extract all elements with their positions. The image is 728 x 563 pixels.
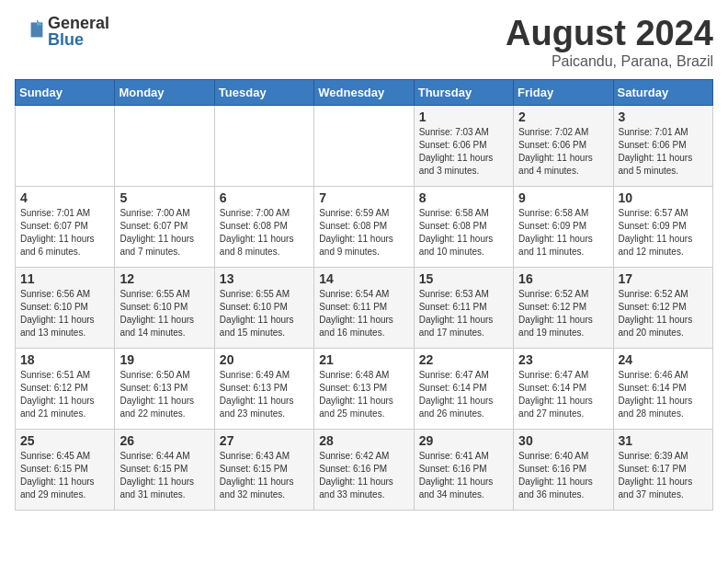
day-cell: 13Sunrise: 6:55 AM Sunset: 6:10 PM Dayli… xyxy=(214,267,313,348)
day-cell: 21Sunrise: 6:48 AM Sunset: 6:13 PM Dayli… xyxy=(314,348,414,429)
day-number: 23 xyxy=(518,352,608,367)
day-cell xyxy=(16,105,115,186)
title-block: August 2024 Paicandu, Parana, Brazil xyxy=(506,15,713,70)
day-info: Sunrise: 6:41 AM Sunset: 6:16 PM Dayligh… xyxy=(419,450,508,501)
day-info: Sunrise: 7:01 AM Sunset: 6:06 PM Dayligh… xyxy=(619,126,708,178)
day-info: Sunrise: 7:03 AM Sunset: 6:06 PM Dayligh… xyxy=(419,126,508,178)
day-number: 18 xyxy=(20,352,109,367)
logo: General Blue xyxy=(15,15,109,48)
day-number: 27 xyxy=(220,433,309,448)
day-header-tuesday: Tuesday xyxy=(214,79,313,105)
day-cell: 28Sunrise: 6:42 AM Sunset: 6:16 PM Dayli… xyxy=(314,429,414,510)
day-number: 10 xyxy=(619,190,708,205)
day-info: Sunrise: 6:55 AM Sunset: 6:10 PM Dayligh… xyxy=(119,288,209,339)
day-header-wednesday: Wednesday xyxy=(314,79,414,105)
day-number: 15 xyxy=(419,271,508,286)
day-cell: 5Sunrise: 7:00 AM Sunset: 6:07 PM Daylig… xyxy=(115,186,214,267)
day-number: 4 xyxy=(20,190,109,205)
day-cell: 30Sunrise: 6:40 AM Sunset: 6:16 PM Dayli… xyxy=(514,429,613,510)
day-number: 25 xyxy=(20,433,109,448)
week-row-1: 1Sunrise: 7:03 AM Sunset: 6:06 PM Daylig… xyxy=(16,105,713,186)
day-info: Sunrise: 6:58 AM Sunset: 6:09 PM Dayligh… xyxy=(518,207,608,259)
day-cell xyxy=(314,105,414,186)
day-info: Sunrise: 6:57 AM Sunset: 6:09 PM Dayligh… xyxy=(619,207,708,259)
day-header-monday: Monday xyxy=(115,79,214,105)
day-info: Sunrise: 7:00 AM Sunset: 6:07 PM Dayligh… xyxy=(119,207,209,259)
day-cell: 8Sunrise: 6:58 AM Sunset: 6:08 PM Daylig… xyxy=(414,186,513,267)
week-row-3: 11Sunrise: 6:56 AM Sunset: 6:10 PM Dayli… xyxy=(16,267,713,348)
day-info: Sunrise: 6:42 AM Sunset: 6:16 PM Dayligh… xyxy=(319,450,408,501)
day-cell: 10Sunrise: 6:57 AM Sunset: 6:09 PM Dayli… xyxy=(613,186,712,267)
day-info: Sunrise: 6:45 AM Sunset: 6:15 PM Dayligh… xyxy=(20,450,109,501)
calendar-subtitle: Paicandu, Parana, Brazil xyxy=(506,53,713,70)
day-info: Sunrise: 6:52 AM Sunset: 6:12 PM Dayligh… xyxy=(518,288,608,339)
day-number: 9 xyxy=(518,190,608,205)
day-cell: 3Sunrise: 7:01 AM Sunset: 6:06 PM Daylig… xyxy=(613,105,712,186)
day-number: 21 xyxy=(319,352,408,367)
day-number: 2 xyxy=(518,109,608,124)
day-number: 26 xyxy=(119,433,209,448)
day-number: 30 xyxy=(518,433,608,448)
day-info: Sunrise: 6:47 AM Sunset: 6:14 PM Dayligh… xyxy=(419,369,508,420)
day-info: Sunrise: 6:49 AM Sunset: 6:13 PM Dayligh… xyxy=(220,369,309,420)
day-number: 8 xyxy=(419,190,508,205)
day-number: 1 xyxy=(419,109,508,124)
day-cell: 17Sunrise: 6:52 AM Sunset: 6:12 PM Dayli… xyxy=(613,267,712,348)
day-info: Sunrise: 6:46 AM Sunset: 6:14 PM Dayligh… xyxy=(619,369,708,420)
day-cell xyxy=(115,105,214,186)
day-cell: 15Sunrise: 6:53 AM Sunset: 6:11 PM Dayli… xyxy=(414,267,513,348)
day-number: 22 xyxy=(419,352,508,367)
day-cell: 7Sunrise: 6:59 AM Sunset: 6:08 PM Daylig… xyxy=(314,186,414,267)
day-number: 6 xyxy=(220,190,309,205)
day-cell: 6Sunrise: 7:00 AM Sunset: 6:08 PM Daylig… xyxy=(214,186,313,267)
day-header-friday: Friday xyxy=(514,79,613,105)
day-number: 3 xyxy=(619,109,708,124)
day-header-sunday: Sunday xyxy=(16,79,115,105)
day-cell: 25Sunrise: 6:45 AM Sunset: 6:15 PM Dayli… xyxy=(16,429,115,510)
day-cell: 22Sunrise: 6:47 AM Sunset: 6:14 PM Dayli… xyxy=(414,348,513,429)
day-cell: 2Sunrise: 7:02 AM Sunset: 6:06 PM Daylig… xyxy=(514,105,613,186)
day-cell: 24Sunrise: 6:46 AM Sunset: 6:14 PM Dayli… xyxy=(613,348,712,429)
day-cell: 11Sunrise: 6:56 AM Sunset: 6:10 PM Dayli… xyxy=(16,267,115,348)
day-cell: 26Sunrise: 6:44 AM Sunset: 6:15 PM Dayli… xyxy=(115,429,214,510)
day-info: Sunrise: 7:00 AM Sunset: 6:08 PM Dayligh… xyxy=(220,207,309,259)
day-cell: 9Sunrise: 6:58 AM Sunset: 6:09 PM Daylig… xyxy=(514,186,613,267)
day-number: 11 xyxy=(20,271,109,286)
day-cell: 14Sunrise: 6:54 AM Sunset: 6:11 PM Dayli… xyxy=(314,267,414,348)
day-cell: 19Sunrise: 6:50 AM Sunset: 6:13 PM Dayli… xyxy=(115,348,214,429)
day-number: 13 xyxy=(220,271,309,286)
day-info: Sunrise: 6:44 AM Sunset: 6:15 PM Dayligh… xyxy=(119,450,209,501)
day-cell: 29Sunrise: 6:41 AM Sunset: 6:16 PM Dayli… xyxy=(414,429,513,510)
day-number: 24 xyxy=(619,352,708,367)
day-header-thursday: Thursday xyxy=(414,79,513,105)
day-info: Sunrise: 6:54 AM Sunset: 6:11 PM Dayligh… xyxy=(319,288,408,339)
day-info: Sunrise: 6:39 AM Sunset: 6:17 PM Dayligh… xyxy=(619,450,708,501)
day-number: 19 xyxy=(119,352,209,367)
day-cell: 31Sunrise: 6:39 AM Sunset: 6:17 PM Dayli… xyxy=(613,429,712,510)
day-info: Sunrise: 6:58 AM Sunset: 6:08 PM Dayligh… xyxy=(419,207,508,259)
day-info: Sunrise: 7:01 AM Sunset: 6:07 PM Dayligh… xyxy=(20,207,109,259)
day-cell: 1Sunrise: 7:03 AM Sunset: 6:06 PM Daylig… xyxy=(414,105,513,186)
logo-icon xyxy=(15,17,44,46)
day-info: Sunrise: 6:59 AM Sunset: 6:08 PM Dayligh… xyxy=(319,207,408,259)
page-header: General Blue August 2024 Paicandu, Paran… xyxy=(15,15,713,70)
day-info: Sunrise: 6:55 AM Sunset: 6:10 PM Dayligh… xyxy=(220,288,309,339)
day-info: Sunrise: 6:51 AM Sunset: 6:12 PM Dayligh… xyxy=(20,369,109,420)
calendar-table: SundayMondayTuesdayWednesdayThursdayFrid… xyxy=(15,79,713,511)
day-info: Sunrise: 6:53 AM Sunset: 6:11 PM Dayligh… xyxy=(419,288,508,339)
day-info: Sunrise: 6:48 AM Sunset: 6:13 PM Dayligh… xyxy=(319,369,408,420)
day-number: 12 xyxy=(119,271,209,286)
day-cell xyxy=(214,105,313,186)
day-number: 5 xyxy=(119,190,209,205)
week-row-5: 25Sunrise: 6:45 AM Sunset: 6:15 PM Dayli… xyxy=(16,429,713,510)
day-info: Sunrise: 6:50 AM Sunset: 6:13 PM Dayligh… xyxy=(119,369,209,420)
day-number: 7 xyxy=(319,190,408,205)
day-number: 14 xyxy=(319,271,408,286)
logo-text: General Blue xyxy=(48,15,109,48)
day-number: 17 xyxy=(619,271,708,286)
day-info: Sunrise: 6:56 AM Sunset: 6:10 PM Dayligh… xyxy=(20,288,109,339)
day-number: 20 xyxy=(220,352,309,367)
day-info: Sunrise: 6:47 AM Sunset: 6:14 PM Dayligh… xyxy=(518,369,608,420)
calendar-title: August 2024 xyxy=(506,15,713,53)
week-row-4: 18Sunrise: 6:51 AM Sunset: 6:12 PM Dayli… xyxy=(16,348,713,429)
